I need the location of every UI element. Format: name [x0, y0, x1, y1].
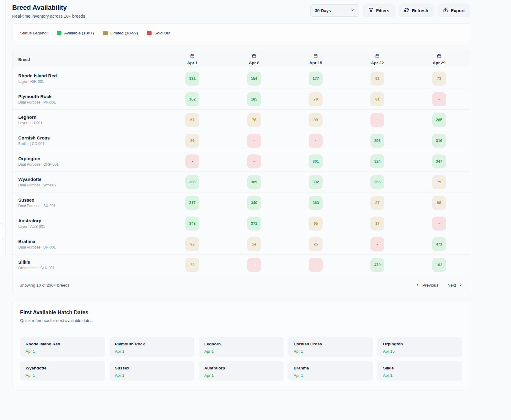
date-range-value: 30 Days	[315, 8, 331, 13]
table-header-row: Breed Apr 1 Apr 8 Apr 15 Apr 22 Apr 29	[12, 51, 470, 68]
availability-badge[interactable]: 81	[370, 92, 384, 106]
availability-badge[interactable]: 324	[370, 154, 384, 168]
availability-badge[interactable]: 185	[247, 92, 261, 106]
availability-badge[interactable]: -	[247, 134, 261, 148]
date-label: Apr 15	[309, 61, 322, 65]
breed-name: Silkie	[18, 259, 162, 265]
availability-badge[interactable]: 87	[370, 196, 384, 210]
availability-badge[interactable]: 286	[185, 175, 199, 189]
filters-button[interactable]: Filters	[363, 4, 395, 17]
availability-badge[interactable]: 92	[185, 237, 199, 251]
hatch-card-date: Apr 1	[26, 349, 100, 354]
availability-cell: 62	[347, 72, 408, 86]
availability-badge[interactable]: 154	[247, 72, 261, 86]
legend-label: Status Legend:	[20, 31, 48, 35]
availability-cell: 131	[162, 72, 223, 86]
availability-badge[interactable]: -	[432, 217, 446, 231]
availability-badge[interactable]: 355	[370, 175, 384, 189]
availability-badge[interactable]: -	[309, 134, 323, 148]
availability-badge[interactable]: 25	[309, 237, 323, 251]
availability-badge[interactable]: 62	[370, 72, 384, 86]
breed-name: Brahma	[18, 239, 162, 244]
availability-badge[interactable]: 162	[185, 92, 199, 106]
availability-badge[interactable]: -	[309, 258, 323, 272]
breed-name: Leghorn	[18, 115, 162, 120]
chevron-left-icon	[415, 283, 420, 288]
availability-badge[interactable]: 371	[247, 217, 261, 231]
availability-cell: 79	[408, 175, 470, 189]
filter-funnel-icon	[369, 8, 373, 13]
date-label: Apr 8	[249, 61, 260, 65]
export-button[interactable]: Export	[438, 4, 470, 17]
availability-badge[interactable]: 98	[432, 196, 446, 210]
breed-meta: Ornamental | SLK-001	[18, 266, 162, 270]
breed-meta: Layer | AUS-001	[18, 224, 162, 229]
results-summary: Showing 10 of 230+ breeds	[19, 283, 70, 288]
table-row: Plymouth Rock Dual Purpose | PR-001 162 …	[12, 89, 470, 110]
availability-cell: 81	[347, 92, 408, 106]
hatch-card-breed: Wyandotte	[26, 366, 100, 370]
availability-badge[interactable]: 95	[309, 217, 323, 231]
availability-badge[interactable]: 86	[185, 134, 199, 148]
hatch-card-breed: Brahma	[294, 366, 368, 370]
availability-badge[interactable]: 102	[432, 258, 446, 272]
hatch-dates-header: First Available Hatch Dates Quick refere…	[12, 301, 470, 329]
breed-cell: Leghorn Layer | LH-001	[12, 115, 162, 125]
availability-badge[interactable]: 316	[432, 134, 446, 148]
availability-badge[interactable]: 332	[309, 175, 323, 189]
legend-items: Available (100+) Limited (10-99) Sold Ou…	[57, 31, 170, 35]
availability-cell: -	[285, 134, 347, 148]
refresh-button[interactable]: Refresh	[399, 4, 434, 17]
availability-badge[interactable]: 471	[432, 237, 446, 251]
hatch-date-card: Rhode Island Red Apr 1	[20, 337, 105, 357]
hatch-card-date: Apr 1	[115, 349, 189, 354]
availability-badge[interactable]: -	[432, 92, 446, 106]
availability-badge[interactable]: 131	[185, 72, 199, 86]
legend-item: Sold Out	[147, 31, 170, 35]
availability-badge[interactable]: 348	[185, 217, 199, 231]
availability-badge[interactable]: -	[370, 113, 384, 127]
availability-badge[interactable]: 317	[185, 196, 199, 210]
availability-badge[interactable]: -	[185, 154, 199, 168]
availability-cell: 86	[162, 134, 223, 148]
availability-badge[interactable]: 22	[185, 258, 199, 272]
previous-button[interactable]: Previous	[415, 283, 439, 288]
availability-badge[interactable]: 89	[309, 113, 323, 127]
date-column-header: Apr 8	[223, 54, 285, 65]
availability-badge[interactable]: 79	[432, 175, 446, 189]
legend-swatch	[147, 31, 152, 35]
availability-badge[interactable]: 293	[370, 134, 384, 148]
availability-cell: 471	[408, 237, 470, 251]
availability-badge[interactable]: 78	[247, 113, 261, 127]
availability-badge[interactable]: -	[247, 154, 261, 168]
availability-badge[interactable]: 301	[309, 154, 323, 168]
next-button[interactable]: Next	[447, 283, 463, 288]
breed-meta: Dual Purpose | PR-001	[18, 100, 162, 104]
availability-badge[interactable]: 177	[309, 72, 323, 86]
availability-badge[interactable]: -	[370, 237, 384, 251]
date-range-select[interactable]: 30 Days	[310, 4, 359, 17]
availability-badge[interactable]: 73	[432, 72, 446, 86]
previous-label: Previous	[422, 283, 439, 288]
breed-meta: Layer | LH-001	[18, 121, 162, 125]
chevron-down-icon	[350, 8, 355, 13]
table-row: Brahma Dual Purpose | BR-001 92 14 25 - …	[12, 234, 470, 255]
availability-badge[interactable]: 309	[247, 175, 261, 189]
availability-badge[interactable]: 363	[309, 196, 323, 210]
availability-badge[interactable]: 347	[432, 154, 446, 168]
sidebar-drawer-handle[interactable]	[0, 223, 3, 240]
availability-badge[interactable]: -	[247, 258, 261, 272]
availability-badge[interactable]: 70	[309, 92, 323, 106]
availability-badge[interactable]: 17	[370, 217, 384, 231]
availability-badge[interactable]: 67	[185, 113, 199, 127]
availability-cell: 285	[408, 113, 470, 127]
availability-badge[interactable]: 14	[247, 237, 261, 251]
breed-cell: Orpington Dual Purpose | ORP-001	[12, 156, 162, 167]
availability-badge[interactable]: 340	[247, 196, 261, 210]
availability-badge[interactable]: 479	[370, 258, 384, 272]
availability-badge[interactable]: 285	[432, 113, 446, 127]
availability-cell: -	[347, 113, 408, 127]
hatch-card-breed: Orpington	[383, 342, 457, 346]
table-row: Orpington Dual Purpose | ORP-001 - - 301…	[12, 151, 470, 172]
hatch-date-card: Sussex Apr 1	[110, 361, 194, 381]
